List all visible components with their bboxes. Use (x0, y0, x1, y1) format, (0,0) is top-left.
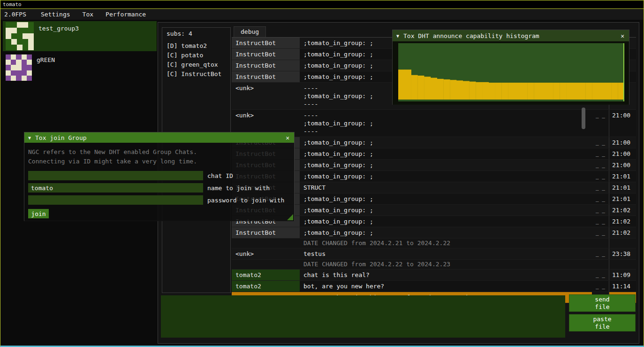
join-dialog-titlebar[interactable]: ▼ Tox join Group ✕ (24, 132, 294, 143)
delivery-marks: _ _ (592, 205, 609, 216)
menu-item-tox[interactable]: Tox (76, 9, 99, 19)
timestamp: 23:38 (609, 248, 636, 259)
message-text: ;tomato_in_group: ; (300, 160, 592, 170)
collapse-arrow-icon[interactable]: ▼ (28, 135, 31, 140)
histogram-bar (450, 80, 456, 100)
histogram-bar (560, 83, 566, 100)
histogram-bar (463, 81, 470, 100)
histogram-bar (579, 83, 586, 100)
histogram-bar (592, 83, 599, 100)
group-item[interactable]: test_group3 (3, 21, 157, 51)
chat-row[interactable]: <unk>testus_ _23:38 (232, 248, 636, 260)
app-window: tomato 2.0FPS SettingsToxPerformance tes… (0, 0, 644, 347)
group-item[interactable]: gREEN (3, 53, 157, 83)
paste-file-button[interactable]: paste file (569, 314, 636, 332)
histogram-bar (476, 82, 482, 100)
chat-id-input[interactable] (28, 171, 203, 180)
sender-name: InstructBot (232, 71, 300, 82)
histogram-plot-area (393, 41, 629, 105)
chat-scrollbar[interactable] (582, 108, 585, 129)
histogram-bar (508, 83, 515, 100)
send-file-button[interactable]: send file (569, 294, 636, 312)
collapse-arrow-icon[interactable]: ▼ (396, 33, 399, 39)
member-item[interactable]: [C] InstructBot (162, 69, 230, 79)
join-info-line: Connecting via ID might take a very long… (28, 157, 290, 165)
join-button[interactable]: join (28, 209, 49, 218)
group-avatar (6, 54, 32, 81)
join-info-line: NGC refers to the New DHT enabled Group … (28, 148, 290, 156)
close-icon[interactable]: ✕ (285, 134, 290, 141)
group-list: test_group3gREEN (3, 21, 157, 84)
group-name: test_group3 (38, 25, 79, 51)
group-name: gREEN (37, 56, 55, 83)
tab-debug[interactable]: debug (234, 26, 266, 37)
delivery-marks: _ _ (592, 182, 609, 193)
histogram-bar (495, 83, 502, 100)
histogram-bar (431, 78, 437, 100)
timestamp: 11:09 (609, 270, 636, 280)
sender-name: InstructBot (232, 38, 300, 48)
sender-name (232, 239, 300, 248)
delivery-marks: _ _ (592, 227, 609, 238)
histogram-bar (489, 83, 495, 100)
delivery-marks: _ _ (592, 110, 609, 137)
histogram-bar (417, 76, 424, 100)
histogram-bar (482, 82, 489, 100)
dht-histogram-window: ▼ Tox DHT announce capability histogram … (392, 30, 629, 105)
sender-name: <unk> (232, 83, 300, 109)
timestamp: 21:02 (609, 205, 636, 216)
histogram-bar (611, 83, 618, 100)
group-avatar (6, 22, 34, 50)
delivery-marks: _ _ (592, 148, 609, 159)
menu-item-settings[interactable]: Settings (35, 9, 76, 19)
histogram-bar (540, 83, 547, 100)
histogram-bar (585, 83, 592, 100)
chat-row[interactable]: tomato2chat is this real?_ _11:09 (232, 270, 636, 281)
delivery-marks: _ _ (592, 281, 609, 292)
window-title: tomato (3, 1, 22, 8)
timestamp: 21:00 (609, 160, 636, 170)
member-item[interactable]: [C] green_qtox (162, 60, 230, 69)
message-text: ;tomato_in_group: ; (300, 171, 592, 182)
sender-name: InstructBot (232, 60, 300, 71)
sender-name: <unk> (232, 248, 300, 259)
timestamp (609, 239, 636, 248)
message-text: ;tomato_in_group: ; (300, 193, 592, 204)
join-name-input[interactable] (28, 183, 203, 193)
delivery-marks: _ _ (592, 160, 609, 170)
close-icon[interactable]: ✕ (620, 32, 625, 39)
timestamp: 21:00 (609, 137, 636, 148)
fps-counter: 2.0FPS (0, 9, 30, 19)
delivery-marks: _ _ (592, 248, 609, 259)
histogram-bar (501, 83, 508, 100)
menubar: 2.0FPS SettingsToxPerformance (0, 9, 644, 20)
delivery-marks: _ _ (592, 171, 609, 182)
histogram-bar (573, 83, 579, 100)
histogram-bar (405, 69, 411, 100)
subs-header: subs: 4 (162, 28, 230, 39)
histogram-bar (437, 79, 444, 100)
delivery-marks: _ _ (592, 137, 609, 148)
histogram-bar (443, 79, 450, 100)
timestamp: 21:00 (609, 148, 636, 159)
histogram-window-titlebar[interactable]: ▼ Tox DHT announce capability histogram … (393, 30, 629, 41)
message-text: testus (300, 248, 592, 259)
sender-name: tomato2 (232, 281, 300, 292)
join-password-input[interactable] (28, 195, 203, 205)
delivery-marks (592, 239, 609, 248)
histogram-bar (398, 69, 405, 100)
menu-item-performance[interactable]: Performance (99, 9, 152, 19)
date-separator-row: DATE CHANGED from 2024.2.21 to 2024.2.22 (232, 239, 636, 248)
histogram-bar (534, 83, 540, 100)
message-text: bot, are you new here? (300, 281, 592, 292)
message-text: DATE CHANGED from 2024.2.22 to 2024.2.23 (300, 260, 592, 269)
resize-grip[interactable] (287, 214, 293, 220)
member-item[interactable]: [D] tomato2 (162, 41, 230, 51)
timestamp: 21:01 (609, 182, 636, 193)
message-input[interactable] (161, 295, 565, 338)
histogram-bar (456, 80, 463, 100)
chat-row[interactable]: tomato2bot, are you new here?_ _11:14 (232, 281, 636, 292)
member-item[interactable]: [C] potato (162, 51, 230, 60)
chat-row[interactable]: InstructBot;tomato_in_group: ;_ _21:02 (232, 227, 636, 239)
histogram-bar (424, 77, 431, 100)
